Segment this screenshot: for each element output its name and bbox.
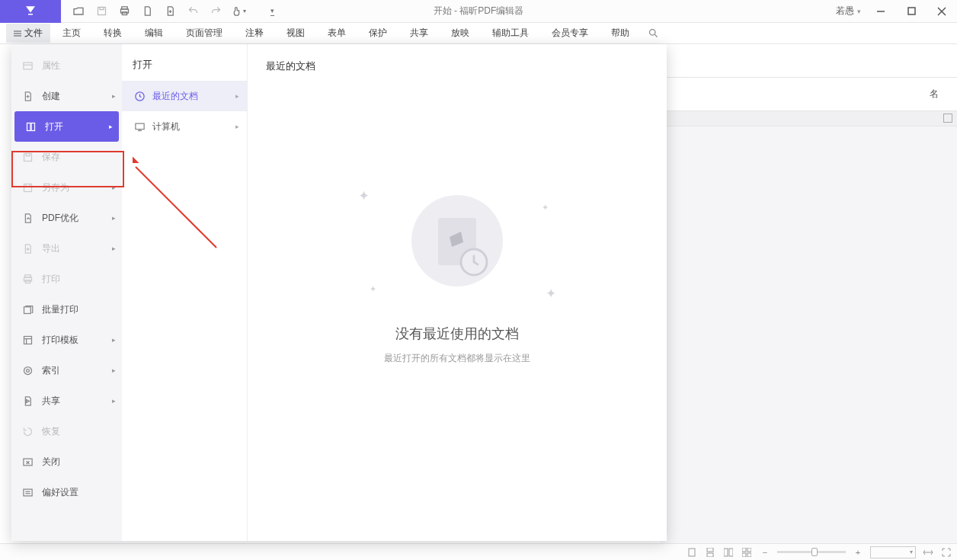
svg-rect-25 bbox=[24, 336, 31, 344]
sidebar-item-open[interactable]: 打开 ▸ bbox=[14, 111, 119, 142]
tab-protect[interactable]: 保护 bbox=[358, 24, 398, 43]
file-sidebar: 属性 创建 ▸ 打开 ▸ 保存 另存为 ▸ PDF优化 ▸ 导出 bbox=[11, 44, 122, 541]
sidebar-label: 打开 bbox=[45, 120, 63, 133]
fullscreen-icon[interactable] bbox=[940, 546, 952, 558]
save-icon bbox=[21, 150, 34, 164]
sparkle-icon: ✦ bbox=[546, 286, 556, 302]
tab-convert[interactable]: 转换 bbox=[93, 24, 133, 43]
svg-rect-35 bbox=[135, 123, 143, 130]
collapse-icon[interactable] bbox=[943, 114, 952, 123]
sidebar-item-create[interactable]: 创建 ▸ bbox=[11, 81, 122, 111]
quick-access-toolbar: ▾ ▾ bbox=[61, 2, 282, 21]
tab-view[interactable]: 视图 bbox=[276, 24, 315, 43]
view-continuous-icon[interactable] bbox=[704, 546, 716, 558]
tab-share[interactable]: 共享 bbox=[399, 24, 439, 43]
zoom-slider[interactable] bbox=[777, 551, 846, 553]
tab-member[interactable]: 会员专享 bbox=[541, 24, 599, 43]
sidebar-item-print-template[interactable]: 打印模板 ▸ bbox=[11, 325, 122, 355]
qat-customize-icon[interactable]: ▾ bbox=[262, 2, 282, 21]
tab-form[interactable]: 表单 bbox=[317, 24, 357, 43]
tab-page-manage[interactable]: 页面管理 bbox=[175, 24, 233, 43]
tab-edit[interactable]: 编辑 bbox=[134, 24, 174, 43]
tab-help[interactable]: 帮助 bbox=[600, 24, 640, 43]
open-main-title: 最近的文档 bbox=[266, 59, 648, 73]
clock-icon bbox=[133, 89, 146, 103]
svg-rect-6 bbox=[908, 8, 915, 14]
tab-annotate[interactable]: 注释 bbox=[235, 24, 274, 43]
sidebar-item-properties[interactable]: 属性 bbox=[11, 50, 122, 81]
chevron-right-icon: ▸ bbox=[109, 123, 113, 130]
sidebar-label: 共享 bbox=[42, 395, 60, 408]
svg-rect-48 bbox=[742, 553, 746, 557]
close-button[interactable] bbox=[927, 0, 957, 23]
sidebar-item-restore[interactable]: 恢复 bbox=[11, 416, 122, 446]
page-icon[interactable] bbox=[137, 2, 157, 21]
optimize-icon bbox=[21, 211, 34, 225]
sidebar-label: 另存为 bbox=[42, 181, 69, 194]
zoom-out-icon[interactable]: − bbox=[759, 546, 771, 558]
sidebar-item-optimize[interactable]: PDF优化 ▸ bbox=[11, 203, 122, 233]
svg-line-13 bbox=[655, 34, 657, 37]
chevron-right-icon: ▸ bbox=[112, 92, 116, 100]
status-bar-right: − + ▾ bbox=[686, 546, 952, 558]
chevron-right-icon: ▸ bbox=[235, 123, 239, 130]
close-file-icon bbox=[21, 455, 34, 469]
sidebar-item-index[interactable]: 索引 ▸ bbox=[11, 355, 122, 386]
ribbon-tabs: 文件 主页 转换 编辑 页面管理 注释 视图 表单 保护 共享 放映 辅助工具 … bbox=[0, 23, 957, 44]
status-bar: − + ▾ bbox=[0, 543, 957, 560]
svg-point-28 bbox=[24, 366, 31, 374]
sidebar-label: 关闭 bbox=[42, 456, 60, 469]
sidebar-item-export[interactable]: 导出 ▸ bbox=[11, 233, 122, 264]
svg-rect-19 bbox=[26, 153, 30, 155]
svg-rect-16 bbox=[27, 123, 30, 130]
new-page-icon[interactable] bbox=[160, 2, 180, 21]
print-icon[interactable] bbox=[114, 2, 134, 21]
sidebar-label: 索引 bbox=[42, 364, 60, 377]
svg-rect-17 bbox=[31, 123, 34, 130]
user-menu[interactable]: 若愚▾ bbox=[831, 5, 866, 18]
sidebar-item-preferences[interactable]: 偏好设置 bbox=[11, 477, 122, 507]
maximize-button[interactable] bbox=[896, 0, 927, 23]
share-icon bbox=[21, 394, 34, 408]
fit-width-icon[interactable] bbox=[922, 546, 934, 558]
sidebar-item-print[interactable]: 打印 bbox=[11, 264, 122, 294]
chevron-right-icon: ▸ bbox=[112, 336, 116, 344]
sidebar-label: 打印 bbox=[42, 273, 60, 286]
restore-icon bbox=[21, 424, 34, 438]
properties-icon bbox=[21, 59, 34, 72]
search-icon[interactable] bbox=[648, 27, 659, 39]
svg-rect-45 bbox=[729, 549, 733, 556]
sub-item-computer[interactable]: 计算机 ▸ bbox=[122, 111, 247, 142]
zoom-in-icon[interactable]: + bbox=[852, 546, 864, 558]
svg-rect-1 bbox=[100, 8, 104, 10]
tab-present[interactable]: 放映 bbox=[440, 24, 480, 43]
touch-icon[interactable]: ▾ bbox=[229, 2, 248, 21]
sidebar-item-batch-print[interactable]: 批量打印 bbox=[11, 294, 122, 325]
index-icon bbox=[21, 363, 34, 377]
view-facing-continuous-icon[interactable] bbox=[741, 546, 753, 558]
svg-rect-42 bbox=[707, 548, 713, 552]
minimize-button[interactable] bbox=[866, 0, 896, 23]
sub-item-label: 计算机 bbox=[152, 120, 180, 133]
chevron-right-icon: ▸ bbox=[112, 184, 116, 191]
undo-icon[interactable] bbox=[183, 2, 203, 21]
sidebar-item-saveas[interactable]: 另存为 ▸ bbox=[11, 172, 122, 203]
view-single-icon[interactable] bbox=[686, 546, 698, 558]
view-facing-icon[interactable] bbox=[722, 546, 735, 558]
empty-subtext: 最近打开的所有文档都将显示在这里 bbox=[384, 352, 530, 365]
tab-home[interactable]: 主页 bbox=[52, 24, 91, 43]
sub-item-label: 最近的文档 bbox=[152, 90, 198, 103]
tab-accessibility[interactable]: 辅助工具 bbox=[482, 24, 539, 43]
sub-item-recent[interactable]: 最近的文档 ▸ bbox=[122, 81, 247, 111]
create-icon bbox=[21, 89, 34, 103]
redo-icon[interactable] bbox=[206, 2, 226, 21]
svg-rect-49 bbox=[747, 553, 751, 557]
sidebar-item-close[interactable]: 关闭 bbox=[11, 446, 122, 477]
open-sub-panel: 打开 最近的文档 ▸ 计算机 ▸ bbox=[122, 44, 248, 541]
zoom-select[interactable]: ▾ bbox=[870, 546, 916, 558]
sidebar-item-share[interactable]: 共享 ▸ bbox=[11, 386, 122, 416]
file-tab[interactable]: 文件 bbox=[6, 24, 50, 43]
sidebar-item-save[interactable]: 保存 bbox=[11, 142, 122, 172]
open-icon[interactable] bbox=[69, 2, 88, 21]
save-icon[interactable] bbox=[91, 2, 111, 21]
